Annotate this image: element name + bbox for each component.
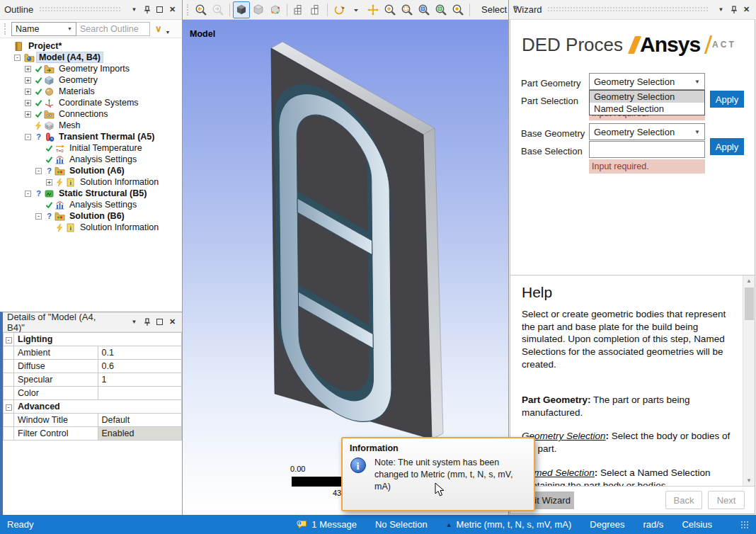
- pan-button[interactable]: [365, 1, 382, 18]
- part-geometry-combo[interactable]: Geometry Selection ▼: [589, 73, 705, 90]
- toolbar-grip[interactable]: [4, 23, 7, 35]
- details-property-value[interactable]: Enabled: [98, 427, 182, 441]
- tree-item[interactable]: Mesh: [0, 120, 182, 131]
- panel-drag-texture[interactable]: [39, 6, 121, 13]
- outline-close-icon[interactable]: ✕: [167, 4, 178, 16]
- wizard-dropdown-icon[interactable]: ▼: [716, 4, 726, 16]
- wizard-pin-icon[interactable]: [728, 4, 739, 16]
- outline-panel-header: Outline ▼ ✕: [0, 0, 182, 20]
- outline-dropdown-icon[interactable]: ▼: [129, 4, 139, 16]
- details-close-icon[interactable]: ✕: [167, 317, 178, 328]
- dropdown-option[interactable]: Geometry Selection: [590, 91, 704, 103]
- viewports-split-button[interactable]: [307, 1, 324, 18]
- tree-item[interactable]: +Connections: [0, 108, 182, 120]
- part-apply-button[interactable]: Apply: [710, 91, 744, 108]
- tree-item[interactable]: -?Transient Thermal (A5): [0, 131, 182, 142]
- zoom-back-button[interactable]: [193, 1, 210, 18]
- group-collapse-icon[interactable]: -: [4, 333, 14, 346]
- info-icon: i: [350, 457, 367, 474]
- zoom-globe-button[interactable]: [433, 1, 449, 18]
- tree-expander-icon[interactable]: -: [35, 213, 42, 220]
- selection-status[interactable]: No Selection: [375, 519, 428, 530]
- help-heading: Help: [522, 283, 737, 302]
- tree-item[interactable]: Analysis Settings: [0, 199, 182, 210]
- scroll-up-icon[interactable]: ▲: [746, 275, 752, 286]
- tree-item[interactable]: +Geometry Imports: [0, 63, 182, 74]
- details-property-value[interactable]: 0.1: [98, 346, 182, 360]
- resize-grip[interactable]: [740, 521, 749, 529]
- zoom-box-button[interactable]: [399, 1, 416, 18]
- details-property-value[interactable]: [98, 387, 182, 400]
- tree-item[interactable]: Analysis Settings: [0, 154, 182, 165]
- cube-vertices-button[interactable]: [267, 1, 284, 18]
- scroll-down-icon[interactable]: ▼: [746, 475, 752, 486]
- base-selection-input[interactable]: [589, 141, 705, 158]
- tree-item-label: Solution Information: [78, 222, 161, 232]
- tree-item[interactable]: T=0Initial Temperature: [0, 142, 182, 154]
- tree-expander-icon[interactable]: -: [35, 168, 42, 174]
- panel-drag-texture[interactable]: [547, 6, 708, 13]
- tree-item[interactable]: +Geometry: [0, 74, 182, 86]
- wizard-close-icon[interactable]: ✕: [741, 4, 752, 16]
- base-geometry-combo[interactable]: Geometry Selection ▼: [589, 123, 705, 140]
- lightning-icon: [55, 224, 64, 232]
- details-property-value[interactable]: 0.6: [98, 360, 182, 373]
- help-entry: Geometry Selection: Select the body or b…: [522, 430, 737, 455]
- details-property-value[interactable]: 1: [98, 373, 182, 387]
- tree-item[interactable]: Project*: [0, 40, 182, 52]
- tree-expander-icon[interactable]: -: [25, 134, 31, 140]
- tree-expander-icon[interactable]: +: [25, 77, 31, 84]
- scroll-thumb[interactable]: [745, 288, 754, 320]
- cube-flat-button[interactable]: [250, 1, 267, 18]
- tree-item[interactable]: -?Solution (A6): [0, 165, 182, 176]
- details-property-value[interactable]: Default: [98, 414, 182, 427]
- base-apply-button[interactable]: Apply: [710, 138, 744, 155]
- details-dropdown-icon[interactable]: ▼: [129, 317, 139, 328]
- details-maximize-icon[interactable]: [154, 317, 165, 328]
- tree-expander-icon[interactable]: +: [25, 111, 31, 118]
- dropdown-option[interactable]: Named Selection: [590, 103, 704, 115]
- unit-system[interactable]: ▲ Metric (mm, t, N, s, mV, mA): [446, 519, 572, 530]
- orbit-caret-button[interactable]: [348, 1, 365, 18]
- tree-item[interactable]: iSolution Information: [0, 222, 182, 233]
- tree-item[interactable]: +iSolution Information: [0, 176, 182, 188]
- temperature-unit[interactable]: Celsius: [682, 519, 712, 530]
- angle-unit[interactable]: Degrees: [590, 519, 624, 530]
- chevron-down-icon[interactable]: ▼: [166, 30, 171, 35]
- outline-filter-combo[interactable]: Name ▼: [11, 22, 76, 36]
- group-collapse-icon[interactable]: -: [4, 400, 14, 414]
- tree-item[interactable]: -?Solution (B6): [0, 210, 182, 222]
- zoom-in-button[interactable]: [382, 1, 399, 18]
- toolbar-grip[interactable]: [187, 4, 188, 16]
- cube-shaded-button[interactable]: [233, 1, 250, 18]
- tree-item[interactable]: +Materials: [0, 86, 182, 97]
- details-pin-icon[interactable]: [142, 317, 152, 328]
- tree-item[interactable]: -Model (A4, B4): [0, 52, 182, 63]
- check-icon: [45, 156, 54, 164]
- search-outline-input[interactable]: [76, 22, 150, 36]
- next-button[interactable]: Next: [708, 491, 745, 509]
- details-group-row: -Advanced: [4, 400, 182, 414]
- tree-expander-icon[interactable]: -: [25, 191, 31, 197]
- viewports-one-button[interactable]: [290, 1, 307, 18]
- tree-item[interactable]: -?Static Structural (B5): [0, 188, 182, 199]
- tree-expander-icon[interactable]: -: [14, 55, 21, 61]
- zoom-fit-button[interactable]: [416, 1, 433, 18]
- help-scrollbar[interactable]: ▲ ▼: [743, 275, 755, 486]
- tree-expander-icon[interactable]: +: [25, 66, 31, 72]
- expand-search-icon[interactable]: ∨: [155, 23, 162, 34]
- tree-expander-icon[interactable]: +: [25, 100, 31, 106]
- messages-indicator[interactable]: i 1 Message: [296, 519, 357, 530]
- zoom-forward-button[interactable]: [210, 1, 227, 18]
- ruler-zero-label: 0.00: [290, 465, 305, 473]
- zoom-prev-button[interactable]: [449, 1, 466, 18]
- tree-expander-icon[interactable]: +: [25, 89, 31, 95]
- tree-expander-icon[interactable]: +: [46, 179, 52, 186]
- tree-item[interactable]: +Coordinate Systems: [0, 97, 182, 108]
- outline-pin-icon[interactable]: [142, 4, 152, 16]
- outline-maximize-icon[interactable]: [154, 4, 165, 16]
- orbit-button[interactable]: [331, 1, 348, 18]
- back-button[interactable]: Back: [665, 491, 702, 509]
- select-mode-label[interactable]: Select: [481, 4, 507, 15]
- angular-velocity-unit[interactable]: rad/s: [643, 519, 663, 530]
